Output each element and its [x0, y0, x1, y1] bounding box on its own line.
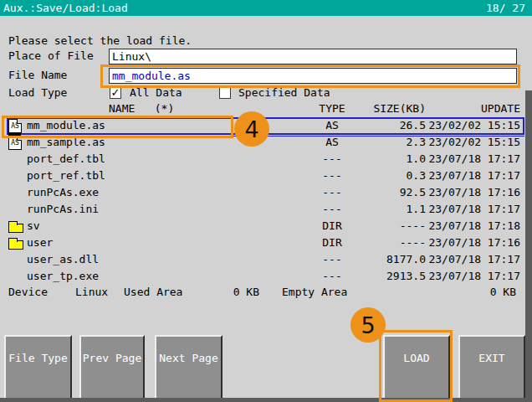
file-name-cell: port_ref.tbl [27, 168, 307, 184]
annotation-step-5-number: 5 [361, 312, 375, 338]
file-name-cell: user [27, 234, 307, 251]
table-row-runpcas-ini[interactable]: runPcAs.ini --- 1.1 23/07/18 17:17 [7, 201, 524, 218]
as-file-icon: AS [8, 136, 22, 150]
table-row-user-as-dll[interactable]: user_as.dll --- 8177.0 23/07/18 17:17 [7, 251, 524, 268]
next-page-button[interactable]: Next Page [155, 335, 223, 399]
table-row-user-dir[interactable]: user DIR ---- 23/07/18 17:16 [7, 234, 524, 251]
file-name-cell: user_tp.exe [27, 268, 307, 285]
page-counter: 18/ 27 [486, 2, 525, 14]
table-header-row: NAME (*) TYPE SIZE(KB) UPDATE [7, 100, 524, 117]
place-of-file-label: Place of File [8, 49, 94, 62]
used-area-value: 0 KB [209, 286, 259, 298]
table-row-port-def[interactable]: port_def.tbl --- 1.0 23/07/18 17:17 [7, 151, 524, 168]
load-type-label: Load Type [8, 86, 67, 99]
instruction-text: Please select the load file. [8, 34, 192, 47]
empty-area-value: 0 KB [466, 286, 516, 298]
table-rows: AS mm_module.as AS 26.5 23/02/02 15:15 A… [7, 117, 524, 285]
all-data-checkbox[interactable]: ✓ [110, 87, 121, 99]
prev-page-button[interactable]: Prev Page [79, 335, 145, 399]
folder-icon [8, 240, 23, 250]
annotation-step-5-badge: 5 [350, 307, 386, 343]
table-row-sv-dir[interactable]: sv DIR ---- 23/07/18 17:18 [7, 218, 524, 234]
specified-data-label: Specified Data [238, 86, 330, 99]
load-button[interactable]: LOAD [383, 335, 450, 399]
header-name: NAME (*) [27, 100, 307, 117]
file-name-cell: user_as.dll [27, 251, 307, 268]
all-data-label: All Data [130, 86, 182, 99]
header-size: SIZE(KB) [357, 100, 426, 117]
page-title: Aux.:Save/Load:Load [3, 2, 128, 14]
checkmark-icon: ✓ [111, 88, 120, 98]
right-frame-strip [525, 90, 532, 402]
status-bar: Device Linux Used Area 0 KB Empty Area 0… [0, 286, 532, 301]
file-name-input[interactable]: mm_module.as [109, 68, 517, 84]
file-name-cell: runPcAs.ini [27, 201, 307, 218]
header-type: TYPE [307, 100, 357, 117]
device-value: Linux [75, 286, 108, 298]
used-area-label: Used Area [124, 286, 182, 298]
as-file-icon: AS [8, 119, 22, 133]
save-load-screen: Aux.:Save/Load:Load 18/ 27 Please select… [0, 0, 532, 402]
annotation-step-4-badge: 4 [234, 111, 269, 147]
bottom-frame-strip [0, 398, 532, 402]
folder-icon [8, 224, 23, 233]
header-update: UPDATE [426, 100, 524, 117]
file-name-label: File Name [8, 69, 67, 81]
table-row-runpcas-exe[interactable]: runPcAs.exe --- 92.5 23/07/18 17:16 [7, 184, 524, 201]
file-type-button[interactable]: File Type [4, 335, 72, 399]
file-name-cell: port_def.tbl [27, 151, 307, 168]
file-name-cell: sv [27, 218, 307, 234]
title-bar: Aux.:Save/Load:Load 18/ 27 [0, 0, 532, 16]
annotation-step-4-number: 4 [244, 116, 258, 142]
table-row-port-ref[interactable]: port_ref.tbl --- 0.3 23/07/18 17:17 [7, 168, 524, 184]
device-label: Device [8, 286, 48, 298]
table-row-user-tp-exe[interactable]: user_tp.exe --- 2913.5 23/07/18 17:17 [7, 268, 524, 285]
empty-area-label: Empty Area [282, 286, 347, 298]
file-name-cell: runPcAs.exe [27, 184, 307, 201]
exit-button[interactable]: EXIT [458, 335, 525, 399]
specified-data-checkbox[interactable] [219, 87, 231, 99]
place-of-file-input[interactable]: Linux\ [109, 49, 517, 64]
